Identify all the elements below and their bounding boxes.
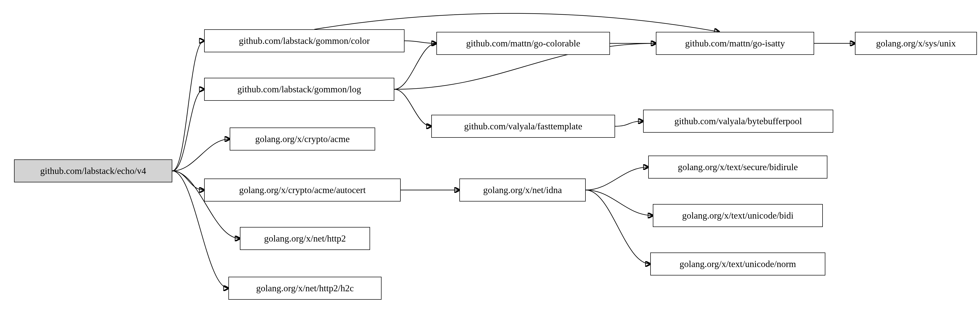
node-label: golang.org/x/sys/unix — [876, 39, 956, 48]
node-label: github.com/labstack/gommon/color — [239, 36, 370, 45]
node-label: golang.org/x/crypto/acme/autocert — [239, 185, 366, 195]
node-colorable: github.com/mattn/go-colorable — [436, 32, 610, 55]
edge-idna-to-bidirule — [586, 167, 648, 190]
node-label: golang.org/x/net/idna — [483, 185, 562, 195]
edge-idna-to-norm — [586, 190, 650, 264]
node-idna: golang.org/x/net/idna — [460, 178, 586, 202]
node-label: github.com/valyala/bytebufferpool — [674, 116, 802, 126]
node-label: golang.org/x/text/unicode/bidi — [682, 211, 794, 220]
node-isatty: github.com/mattn/go-isatty — [656, 32, 814, 55]
edge-root-to-log — [172, 89, 204, 171]
node-label: github.com/mattn/go-isatty — [685, 39, 785, 48]
node-norm: golang.org/x/text/unicode/norm — [650, 253, 825, 275]
edge-root-to-color — [172, 41, 204, 171]
node-label: github.com/labstack/gommon/log — [237, 85, 361, 94]
node-bidirule: golang.org/x/text/secure/bidirule — [648, 156, 827, 178]
diagram-canvas: github.com/labstack/echo/v4github.com/la… — [0, 0, 980, 315]
node-label: github.com/mattn/go-colorable — [466, 39, 580, 48]
node-label: golang.org/x/text/unicode/norm — [679, 259, 796, 269]
node-acme: golang.org/x/crypto/acme — [230, 127, 375, 151]
node-bbpool: github.com/valyala/bytebufferpool — [643, 110, 833, 133]
node-h2c: golang.org/x/net/http2/h2c — [228, 277, 382, 300]
node-autocert: golang.org/x/crypto/acme/autocert — [204, 178, 401, 202]
node-sysunix: golang.org/x/sys/unix — [855, 32, 977, 55]
edge-log-to-fasttpl — [394, 89, 431, 126]
node-fasttpl: github.com/valyala/fasttemplate — [431, 115, 615, 138]
node-bidi: golang.org/x/text/unicode/bidi — [653, 204, 823, 227]
node-label: github.com/valyala/fasttemplate — [464, 122, 582, 131]
edge-idna-to-bidi — [586, 190, 653, 216]
edge-fasttpl-to-bbpool — [615, 121, 643, 126]
node-label: golang.org/x/net/http2/h2c — [256, 284, 354, 293]
node-label: golang.org/x/net/http2 — [264, 234, 346, 243]
edge-root-to-autocert — [172, 171, 204, 190]
node-label: golang.org/x/crypto/acme — [255, 134, 350, 143]
node-root: github.com/labstack/echo/v4 — [14, 159, 172, 182]
edge-color-to-colorable — [404, 41, 436, 43]
node-http2: golang.org/x/net/http2 — [240, 227, 370, 250]
node-label: github.com/labstack/echo/v4 — [40, 166, 146, 175]
node-color: github.com/labstack/gommon/color — [204, 29, 404, 52]
node-log: github.com/labstack/gommon/log — [204, 78, 394, 101]
node-label: golang.org/x/text/secure/bidirule — [678, 162, 798, 172]
edge-root-to-acme — [172, 139, 230, 171]
